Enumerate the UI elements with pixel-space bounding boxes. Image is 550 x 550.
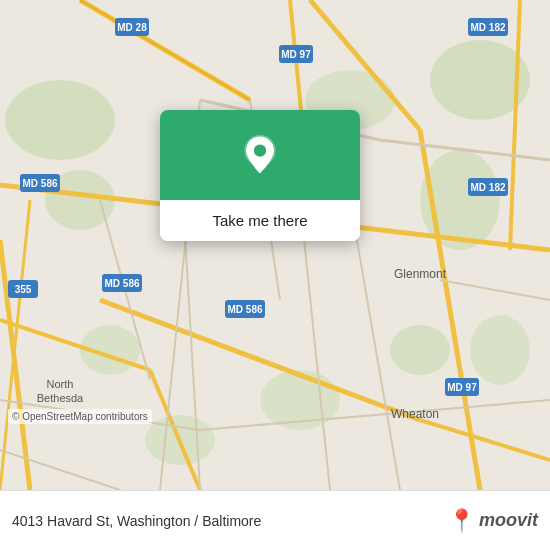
svg-text:North: North: [47, 378, 74, 390]
osm-attribution: © OpenStreetMap contributors: [8, 409, 152, 424]
svg-text:MD 182: MD 182: [470, 182, 505, 193]
moovit-logo: 📍 moovit: [448, 510, 538, 532]
svg-text:Wheaton: Wheaton: [391, 407, 439, 421]
svg-text:MD 586: MD 586: [227, 304, 262, 315]
moovit-brand-text: moovit: [479, 510, 538, 531]
svg-point-8: [470, 315, 530, 385]
moovit-pin-icon: 📍: [448, 510, 475, 532]
svg-point-5: [390, 325, 450, 375]
svg-text:MD 97: MD 97: [447, 382, 477, 393]
svg-text:MD 182: MD 182: [470, 22, 505, 33]
popup-green-area: [160, 110, 360, 200]
popup-card: Take me there: [160, 110, 360, 241]
svg-text:MD 97: MD 97: [281, 49, 311, 60]
svg-text:355: 355: [15, 284, 32, 295]
map-container: MD 28 MD 97 MD 182 MD 182 MD 586 MD 586 …: [0, 0, 550, 490]
map-pin-icon: [238, 133, 282, 177]
address-text: 4013 Havard St, Washington / Baltimore: [12, 513, 448, 529]
svg-text:MD 586: MD 586: [104, 278, 139, 289]
svg-point-1: [5, 80, 115, 160]
take-me-there-button[interactable]: Take me there: [160, 200, 360, 241]
svg-text:MD 586: MD 586: [22, 178, 57, 189]
svg-point-60: [254, 144, 266, 156]
svg-text:Glenmont: Glenmont: [394, 267, 447, 281]
svg-text:Bethesda: Bethesda: [37, 392, 84, 404]
bottom-bar: 4013 Havard St, Washington / Baltimore 📍…: [0, 490, 550, 550]
svg-text:MD 28: MD 28: [117, 22, 147, 33]
